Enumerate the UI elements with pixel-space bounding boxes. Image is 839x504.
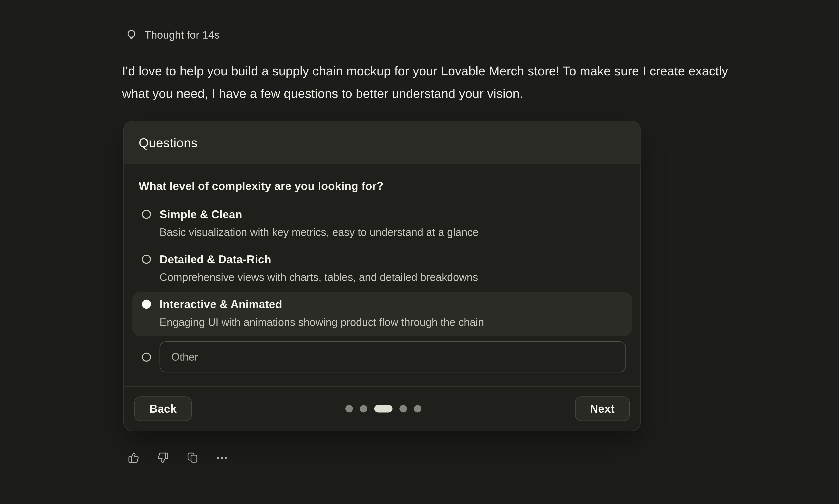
copy-icon xyxy=(187,452,198,463)
card-footer: Back Next xyxy=(124,386,640,431)
option-description: Comprehensive views with charts, tables,… xyxy=(160,270,622,285)
back-button[interactable]: Back xyxy=(134,397,192,421)
pagination-dots xyxy=(345,405,421,412)
thumbs-up-button[interactable] xyxy=(127,451,140,464)
assistant-message: I'd love to help you build a supply chai… xyxy=(122,60,750,105)
card-header: Questions xyxy=(124,122,640,164)
radio-selected-icon[interactable] xyxy=(142,300,151,309)
other-input[interactable] xyxy=(160,341,626,373)
radio-icon[interactable] xyxy=(142,352,151,361)
next-button[interactable]: Next xyxy=(575,397,630,421)
options-list: Simple & Clean Basic visualization with … xyxy=(132,202,632,336)
thinking-header[interactable]: Thought for 14s xyxy=(125,29,220,41)
thumbs-up-icon xyxy=(128,452,139,463)
message-actions xyxy=(127,451,228,464)
chat-page: Thought for 14s I'd love to help you bui… xyxy=(0,0,839,504)
thumbs-down-icon xyxy=(157,452,168,463)
pagination-dot xyxy=(399,405,407,412)
copy-button[interactable] xyxy=(186,451,199,464)
ellipsis-icon xyxy=(215,451,228,464)
option-interactive-animated[interactable]: Interactive & Animated Engaging UI with … xyxy=(132,292,632,336)
question-text: What level of complexity are you looking… xyxy=(139,179,626,193)
option-label: Simple & Clean xyxy=(160,208,622,221)
pagination-dot xyxy=(345,405,353,412)
card-body: What level of complexity are you looking… xyxy=(124,164,640,386)
option-label: Interactive & Animated xyxy=(160,298,622,311)
pagination-dot xyxy=(414,405,421,412)
lightbulb-icon xyxy=(125,29,138,41)
radio-icon[interactable] xyxy=(142,210,151,219)
option-description: Basic visualization with key metrics, ea… xyxy=(160,225,622,240)
thinking-label: Thought for 14s xyxy=(144,29,220,41)
option-simple-clean[interactable]: Simple & Clean Basic visualization with … xyxy=(132,202,632,246)
questions-card: Questions What level of complexity are y… xyxy=(123,121,641,431)
option-detailed-data-rich[interactable]: Detailed & Data-Rich Comprehensive views… xyxy=(132,247,632,291)
card-title: Questions xyxy=(139,135,197,150)
pagination-active-pill xyxy=(374,405,392,412)
more-options-button[interactable] xyxy=(215,451,228,464)
option-other[interactable] xyxy=(132,341,632,373)
thumbs-down-button[interactable] xyxy=(156,451,169,464)
option-label: Detailed & Data-Rich xyxy=(160,252,622,266)
radio-icon[interactable] xyxy=(142,255,151,264)
pagination-dot xyxy=(360,405,367,412)
option-description: Engaging UI with animations showing prod… xyxy=(160,315,622,330)
